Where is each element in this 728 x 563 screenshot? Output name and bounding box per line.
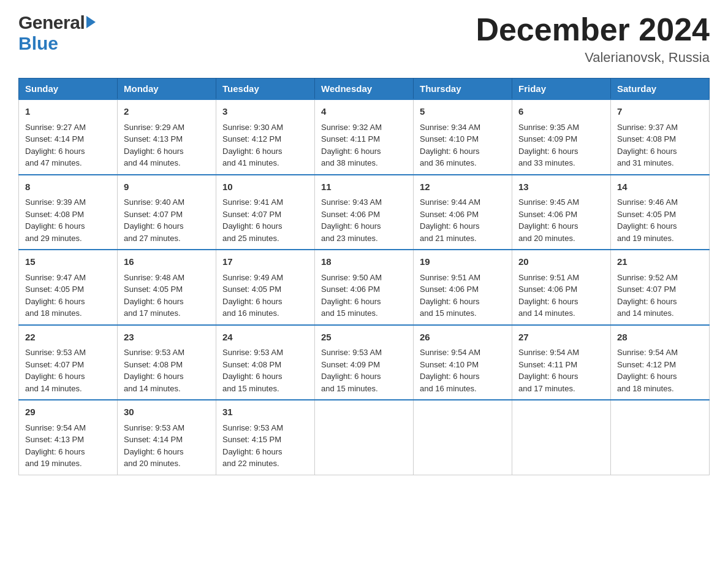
sunrise-info: Sunrise: 9:39 AM <box>25 197 86 207</box>
sunrise-info: Sunrise: 9:53 AM <box>321 348 382 357</box>
calendar-cell: 8 Sunrise: 9:39 AM Sunset: 4:08 PM Dayli… <box>19 175 118 250</box>
daylight-minutes: and 15 minutes. <box>222 384 279 393</box>
header-tuesday: Tuesday <box>216 79 315 100</box>
header-thursday: Thursday <box>414 79 512 100</box>
day-number: 14 <box>617 180 703 194</box>
daylight-minutes: and 18 minutes. <box>25 308 82 318</box>
daylight-info: Daylight: 6 hours <box>124 221 184 231</box>
calendar-cell: 11 Sunrise: 9:43 AM Sunset: 4:06 PM Dayl… <box>315 175 414 250</box>
daylight-minutes: and 14 minutes. <box>617 308 674 318</box>
sunset-info: Sunset: 4:10 PM <box>420 134 479 144</box>
sunrise-info: Sunrise: 9:54 AM <box>617 348 678 357</box>
sunset-info: Sunset: 4:06 PM <box>321 210 380 219</box>
sunset-info: Sunset: 4:09 PM <box>518 134 577 144</box>
header-saturday: Saturday <box>611 79 710 100</box>
calendar-cell: 3 Sunrise: 9:30 AM Sunset: 4:12 PM Dayli… <box>216 99 315 175</box>
calendar-cell: 2 Sunrise: 9:29 AM Sunset: 4:13 PM Dayli… <box>118 99 216 175</box>
week-row-2: 8 Sunrise: 9:39 AM Sunset: 4:08 PM Dayli… <box>19 175 710 250</box>
calendar-cell: 31 Sunrise: 9:53 AM Sunset: 4:15 PM Dayl… <box>216 400 315 475</box>
sunset-info: Sunset: 4:05 PM <box>25 285 84 294</box>
calendar-cell: 13 Sunrise: 9:45 AM Sunset: 4:06 PM Dayl… <box>512 175 611 250</box>
daylight-info: Daylight: 6 hours <box>222 447 282 456</box>
day-number: 3 <box>222 105 308 119</box>
calendar-cell: 15 Sunrise: 9:47 AM Sunset: 4:05 PM Dayl… <box>19 250 118 325</box>
sunrise-info: Sunrise: 9:40 AM <box>124 197 184 207</box>
daylight-minutes: and 17 minutes. <box>518 384 575 393</box>
week-row-1: 1 Sunrise: 9:27 AM Sunset: 4:14 PM Dayli… <box>19 99 710 175</box>
sunrise-info: Sunrise: 9:46 AM <box>617 197 678 207</box>
day-number: 25 <box>321 331 407 345</box>
day-number: 23 <box>124 331 210 345</box>
daylight-minutes: and 18 minutes. <box>617 384 674 393</box>
daylight-minutes: and 44 minutes. <box>124 158 181 167</box>
daylight-info: Daylight: 6 hours <box>25 447 85 456</box>
sunset-info: Sunset: 4:06 PM <box>321 285 380 294</box>
sunset-info: Sunset: 4:10 PM <box>420 360 479 369</box>
calendar-cell: 16 Sunrise: 9:48 AM Sunset: 4:05 PM Dayl… <box>118 250 216 325</box>
sunrise-info: Sunrise: 9:54 AM <box>518 348 579 357</box>
daylight-info: Daylight: 6 hours <box>420 147 480 156</box>
daylight-minutes: and 27 minutes. <box>124 234 181 243</box>
daylight-minutes: and 25 minutes. <box>222 234 279 243</box>
week-row-4: 22 Sunrise: 9:53 AM Sunset: 4:07 PM Dayl… <box>19 325 710 400</box>
day-number: 22 <box>25 331 111 345</box>
daylight-info: Daylight: 6 hours <box>321 372 381 381</box>
daylight-info: Daylight: 6 hours <box>124 147 184 156</box>
daylight-info: Daylight: 6 hours <box>222 147 282 156</box>
daylight-info: Daylight: 6 hours <box>518 147 578 156</box>
calendar-cell: 25 Sunrise: 9:53 AM Sunset: 4:09 PM Dayl… <box>315 325 414 400</box>
sunset-info: Sunset: 4:07 PM <box>617 285 676 294</box>
day-number: 29 <box>25 405 111 419</box>
daylight-info: Daylight: 6 hours <box>25 372 85 381</box>
sunrise-info: Sunrise: 9:50 AM <box>321 273 382 282</box>
day-number: 26 <box>420 331 506 345</box>
calendar-table: SundayMondayTuesdayWednesdayThursdayFrid… <box>18 78 710 475</box>
calendar-cell <box>512 400 611 475</box>
daylight-minutes: and 38 minutes. <box>321 158 378 167</box>
header-wednesday: Wednesday <box>315 79 414 100</box>
sunset-info: Sunset: 4:09 PM <box>321 360 380 369</box>
calendar-cell: 4 Sunrise: 9:32 AM Sunset: 4:11 PM Dayli… <box>315 99 414 175</box>
calendar-cell <box>315 400 414 475</box>
sunset-info: Sunset: 4:08 PM <box>222 360 281 369</box>
day-number: 19 <box>420 255 506 269</box>
sunrise-info: Sunrise: 9:30 AM <box>222 123 283 132</box>
daylight-info: Daylight: 6 hours <box>222 297 282 306</box>
daylight-info: Daylight: 6 hours <box>321 221 381 231</box>
sunrise-info: Sunrise: 9:37 AM <box>617 123 678 132</box>
calendar-cell: 29 Sunrise: 9:54 AM Sunset: 4:13 PM Dayl… <box>19 400 118 475</box>
daylight-info: Daylight: 6 hours <box>25 297 85 306</box>
daylight-info: Daylight: 6 hours <box>420 372 480 381</box>
sunset-info: Sunset: 4:12 PM <box>222 134 281 144</box>
daylight-minutes: and 22 minutes. <box>222 459 279 468</box>
sunrise-info: Sunrise: 9:54 AM <box>25 423 86 432</box>
daylight-info: Daylight: 6 hours <box>321 147 381 156</box>
day-number: 20 <box>518 255 604 269</box>
daylight-minutes: and 20 minutes. <box>124 459 181 468</box>
daylight-info: Daylight: 6 hours <box>617 221 677 231</box>
daylight-info: Daylight: 6 hours <box>25 221 85 231</box>
sunrise-info: Sunrise: 9:51 AM <box>420 273 480 282</box>
daylight-info: Daylight: 6 hours <box>124 372 184 381</box>
sunset-info: Sunset: 4:08 PM <box>617 134 676 144</box>
daylight-minutes: and 31 minutes. <box>617 158 674 167</box>
daylight-minutes: and 14 minutes. <box>518 308 575 318</box>
sunrise-info: Sunrise: 9:54 AM <box>420 348 480 357</box>
header-monday: Monday <box>118 79 216 100</box>
calendar-subtitle: Valerianovsk, Russia <box>476 50 710 66</box>
page-header: General Blue December 2024 Valerianovsk,… <box>18 12 710 66</box>
sunrise-info: Sunrise: 9:35 AM <box>518 123 579 132</box>
sunrise-info: Sunrise: 9:53 AM <box>222 423 283 432</box>
day-number: 11 <box>321 180 407 194</box>
day-number: 13 <box>518 180 604 194</box>
day-number: 8 <box>25 180 111 194</box>
sunset-info: Sunset: 4:05 PM <box>222 285 281 294</box>
sunset-info: Sunset: 4:14 PM <box>25 134 84 144</box>
day-number: 24 <box>222 331 308 345</box>
calendar-body: 1 Sunrise: 9:27 AM Sunset: 4:14 PM Dayli… <box>19 99 710 475</box>
calendar-header: SundayMondayTuesdayWednesdayThursdayFrid… <box>19 79 710 100</box>
day-number: 4 <box>321 105 407 119</box>
sunset-info: Sunset: 4:08 PM <box>124 360 183 369</box>
day-number: 5 <box>420 105 506 119</box>
calendar-cell: 6 Sunrise: 9:35 AM Sunset: 4:09 PM Dayli… <box>512 99 611 175</box>
